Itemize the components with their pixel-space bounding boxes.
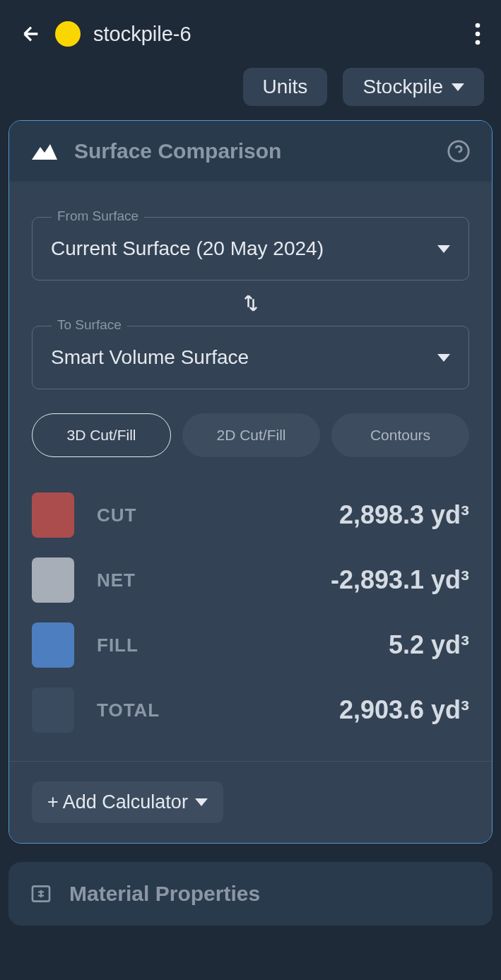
metric-row-total: TOTAL 2,903.6 yd³ xyxy=(32,678,469,743)
cut-value: 2,898.3 yd³ xyxy=(339,500,469,530)
material-title: Material Properties xyxy=(69,882,260,906)
chevron-down-icon xyxy=(437,245,450,253)
view-tabs: 3D Cut/Fill 2D Cut/Fill Contours xyxy=(32,413,469,457)
to-surface-value: Smart Volume Surface xyxy=(51,346,249,369)
add-calculator-label: + Add Calculator xyxy=(47,791,188,813)
fill-swatch-icon xyxy=(32,622,74,668)
material-icon xyxy=(30,882,52,905)
card-title: Surface Comparison xyxy=(74,139,431,163)
to-surface-select[interactable]: Smart Volume Surface xyxy=(32,326,469,389)
divider xyxy=(9,761,492,762)
units-button[interactable]: Units xyxy=(243,68,328,106)
cut-swatch-icon xyxy=(32,492,74,538)
metric-row-fill: FILL 5.2 yd³ xyxy=(32,613,469,678)
card-header: Surface Comparison xyxy=(9,121,492,182)
to-surface-group: To Surface Smart Volume Surface xyxy=(32,326,469,389)
total-label: TOTAL xyxy=(97,699,160,721)
material-properties-card[interactable]: Material Properties xyxy=(8,862,493,926)
from-surface-label: From Surface xyxy=(52,208,144,224)
from-surface-select[interactable]: Current Surface (20 May 2024) xyxy=(32,217,469,281)
type-label: Stockpile xyxy=(363,76,443,98)
net-label: NET xyxy=(97,569,136,591)
net-swatch-icon xyxy=(32,557,74,603)
metric-row-net: NET -2,893.1 yd³ xyxy=(32,548,469,613)
page-title: stockpile-6 xyxy=(93,23,461,46)
help-icon[interactable] xyxy=(447,139,471,163)
svg-point-2 xyxy=(476,40,481,45)
toolbar: Units Stockpile xyxy=(0,68,501,120)
net-value: -2,893.1 yd³ xyxy=(331,565,469,595)
chevron-down-icon xyxy=(195,798,208,806)
to-surface-label: To Surface xyxy=(52,317,127,333)
app-header: stockpile-6 xyxy=(0,0,501,68)
total-value: 2,903.6 yd³ xyxy=(339,695,469,725)
tab-contours[interactable]: Contours xyxy=(331,413,469,457)
total-swatch-icon xyxy=(32,687,74,733)
more-menu-icon[interactable] xyxy=(474,23,481,45)
chevron-down-icon xyxy=(452,83,464,91)
metric-row-cut: CUT 2,898.3 yd³ xyxy=(32,483,469,548)
from-surface-value: Current Surface (20 May 2024) xyxy=(51,237,324,260)
fill-label: FILL xyxy=(97,634,138,656)
fill-value: 5.2 yd³ xyxy=(389,630,469,660)
from-surface-group: From Surface Current Surface (20 May 202… xyxy=(32,217,469,281)
cut-label: CUT xyxy=(97,504,136,526)
type-dropdown[interactable]: Stockpile xyxy=(343,68,484,106)
status-dot-icon xyxy=(55,21,81,47)
svg-point-0 xyxy=(476,23,481,28)
surface-icon xyxy=(30,141,59,161)
surface-comparison-card: Surface Comparison From Surface Current … xyxy=(8,120,493,844)
add-calculator-button[interactable]: + Add Calculator xyxy=(32,781,223,823)
chevron-down-icon xyxy=(437,354,450,362)
card-body: From Surface Current Surface (20 May 202… xyxy=(9,182,492,843)
units-label: Units xyxy=(263,76,308,98)
tab-3d-cutfill[interactable]: 3D Cut/Fill xyxy=(32,413,171,457)
tab-2d-cutfill[interactable]: 2D Cut/Fill xyxy=(182,413,320,457)
back-arrow-icon[interactable] xyxy=(20,23,42,45)
svg-point-1 xyxy=(476,32,481,37)
